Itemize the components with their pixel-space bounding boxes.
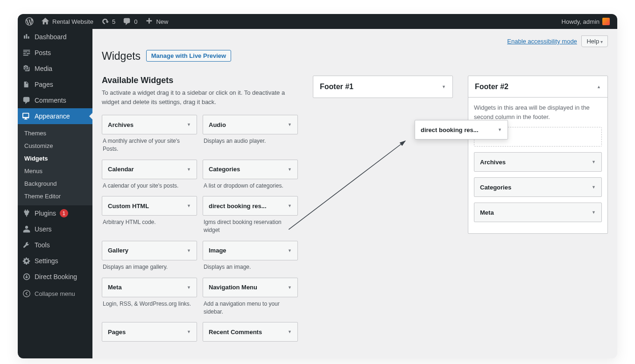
comments-link[interactable]: 0: [119, 14, 141, 29]
widget-title: Recent Comments: [209, 329, 288, 336]
comments-menu-icon: [22, 96, 31, 105]
footer2-desc: Widgets in this area will be displayed i…: [474, 103, 602, 121]
chevron-down-icon: ▼: [592, 210, 596, 215]
users-icon: [22, 225, 31, 233]
footer1-toggle[interactable]: Footer #1 ▼: [313, 76, 452, 98]
widget-title: Image: [209, 247, 288, 254]
widget-desc: Displays an image.: [203, 260, 298, 271]
dragging-widget[interactable]: direct booking res... ▼: [415, 120, 508, 140]
site-name-text: Rental Website: [52, 18, 93, 25]
submenu-widgets[interactable]: Widgets: [18, 152, 92, 165]
media-icon: [22, 64, 31, 73]
avatar: [602, 18, 610, 25]
menu-pages[interactable]: Pages: [18, 77, 92, 92]
widget-title: direct booking res...: [209, 203, 288, 210]
submenu-themes[interactable]: Themes: [18, 127, 92, 140]
menu-appearance[interactable]: Appearance: [18, 108, 92, 124]
menu-label: Users: [35, 225, 52, 233]
menu-label: Posts: [35, 49, 51, 56]
footer2-title: Footer #2: [475, 83, 597, 91]
submenu-customize[interactable]: Customize: [18, 140, 92, 152]
footer1-title: Footer #1: [320, 83, 442, 91]
help-tab[interactable]: Help: [581, 35, 608, 47]
updates-count: 5: [112, 18, 115, 25]
placed-widget[interactable]: Categories▼: [474, 177, 602, 197]
widget-desc: Add a navigation menu to your sidebar.: [203, 297, 298, 316]
placed-widget[interactable]: Meta▼: [474, 203, 602, 222]
settings-icon: [22, 257, 31, 265]
plus-icon: [145, 17, 153, 26]
widget-title: Custom HTML: [108, 203, 187, 210]
widget-desc: Displays an image gallery.: [102, 260, 197, 271]
menu-dashboard[interactable]: Dashboard: [18, 29, 92, 45]
collapse-menu[interactable]: Collapse menu: [18, 285, 92, 302]
howdy-text: Howdy, admin: [562, 18, 600, 25]
content-area: Enable accessibility mode Help Widgets M…: [92, 29, 617, 358]
available-widget[interactable]: Custom HTML ▼: [102, 196, 197, 216]
menu-direct-booking[interactable]: Direct Booking: [18, 269, 92, 285]
widget-title: Audio: [209, 121, 288, 128]
menu-label: Direct Booking: [35, 273, 77, 280]
menu-label: Settings: [35, 257, 58, 265]
accessibility-mode-link[interactable]: Enable accessibility mode: [507, 38, 577, 45]
submenu-background[interactable]: Background: [18, 177, 92, 190]
chevron-down-icon: ▼: [288, 203, 292, 208]
my-account[interactable]: Howdy, admin: [558, 14, 614, 29]
pages-icon: [22, 80, 31, 89]
page-title: Widgets: [102, 50, 141, 63]
available-widgets-title: Available Widgets: [102, 76, 298, 85]
plugins-icon: [22, 209, 31, 217]
chevron-down-icon: ▼: [442, 84, 446, 89]
available-widget[interactable]: Pages ▼: [102, 322, 197, 342]
site-name-link[interactable]: Rental Website: [37, 14, 97, 29]
widget-title: Calendar: [108, 166, 187, 173]
available-widget[interactable]: Archives ▼: [102, 115, 197, 134]
widget-title: Gallery: [108, 247, 187, 254]
widget-title: Pages: [108, 329, 187, 336]
submenu-menus[interactable]: Menus: [18, 165, 92, 177]
footer2-sidebar: Footer #2 ▲ Widgets in this area will be…: [468, 76, 608, 234]
appearance-submenu: Themes Customize Widgets Menus Backgroun…: [18, 124, 92, 205]
available-widget[interactable]: Navigation Menu ▼: [203, 278, 298, 297]
placed-widget-title: Meta: [480, 209, 592, 216]
menu-users[interactable]: Users: [18, 221, 92, 237]
menu-comments[interactable]: Comments: [18, 92, 92, 108]
wp-logo[interactable]: [21, 14, 37, 29]
available-widget[interactable]: Audio ▼: [203, 115, 298, 134]
home-icon: [41, 17, 49, 26]
menu-posts[interactable]: Posts: [18, 45, 92, 61]
posts-icon: [22, 49, 31, 57]
menu-label: Appearance: [35, 112, 70, 120]
direct-booking-icon: [22, 273, 31, 281]
chevron-down-icon: ▼: [187, 285, 191, 290]
submenu-theme-editor[interactable]: Theme Editor: [18, 190, 92, 203]
comment-icon: [123, 17, 131, 26]
dashboard-icon: [22, 33, 31, 41]
available-widget[interactable]: Calendar ▼: [102, 160, 197, 179]
widget-title: Categories: [209, 166, 288, 173]
manage-live-preview-button[interactable]: Manage with Live Preview: [146, 50, 231, 62]
available-widget[interactable]: Image ▼: [203, 241, 298, 260]
menu-label: Comments: [35, 97, 66, 104]
placed-widget[interactable]: Archives▼: [474, 152, 602, 172]
footer2-toggle[interactable]: Footer #2 ▲: [468, 76, 607, 98]
available-widget[interactable]: Categories ▼: [203, 160, 298, 179]
menu-media[interactable]: Media: [18, 61, 92, 77]
new-content-text: New: [156, 18, 168, 25]
new-content-link[interactable]: New: [141, 14, 172, 29]
placed-widget-title: Archives: [480, 159, 592, 166]
widget-desc: Login, RSS, & WordPress.org links.: [102, 297, 197, 308]
widget-desc: A list or dropdown of categories.: [203, 179, 298, 190]
menu-label: Media: [35, 65, 52, 72]
widget-title: Navigation Menu: [209, 284, 288, 291]
available-widget[interactable]: Recent Comments ▼: [203, 322, 298, 342]
available-widget[interactable]: direct booking res... ▼: [203, 196, 298, 216]
widget-desc: A calendar of your site's posts.: [102, 179, 197, 190]
updates-link[interactable]: 5: [97, 14, 119, 29]
available-widget[interactable]: Meta ▼: [102, 278, 197, 297]
menu-tools[interactable]: Tools: [18, 237, 92, 253]
menu-plugins[interactable]: Plugins 1: [18, 205, 92, 221]
available-widget[interactable]: Gallery ▼: [102, 241, 197, 260]
appearance-icon: [22, 112, 31, 120]
menu-settings[interactable]: Settings: [18, 253, 92, 269]
